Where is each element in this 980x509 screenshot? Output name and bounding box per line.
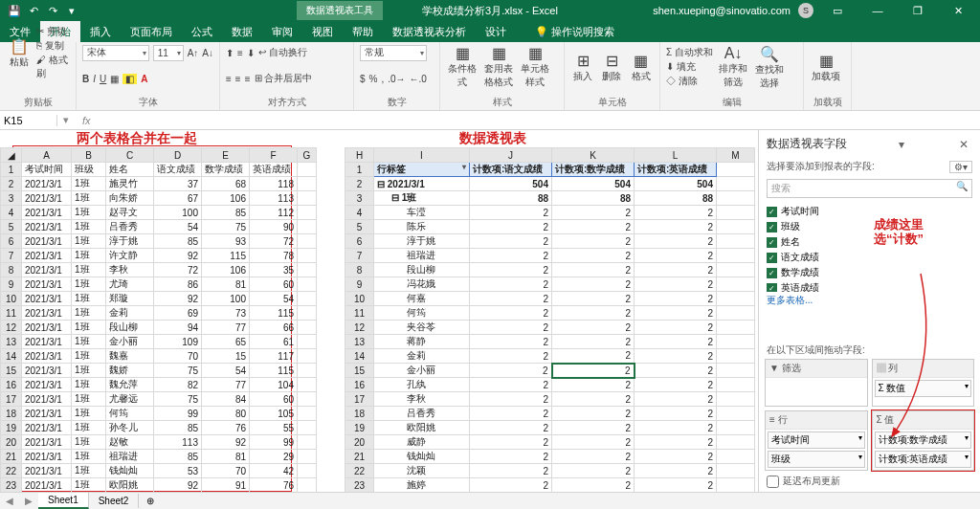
- row-header[interactable]: 8: [1, 263, 22, 277]
- row-header[interactable]: 22: [345, 464, 374, 478]
- cell[interactable]: 2: [635, 306, 717, 321]
- cell[interactable]: 2: [635, 277, 717, 292]
- font-color-button[interactable]: A: [141, 74, 147, 84]
- row-header[interactable]: 5: [345, 220, 374, 234]
- cell[interactable]: 2: [552, 249, 635, 263]
- cell[interactable]: 2: [635, 249, 717, 263]
- cell[interactable]: 魏允萍: [106, 378, 154, 392]
- cell[interactable]: 2: [470, 234, 552, 249]
- cell[interactable]: 2: [470, 392, 552, 407]
- cell[interactable]: 66: [250, 321, 298, 335]
- pivot-row[interactable]: 吕香秀: [374, 407, 470, 421]
- cell[interactable]: [298, 206, 317, 220]
- field-checkbox[interactable]: ✓: [767, 253, 777, 263]
- cell[interactable]: 2021/3/1: [22, 450, 72, 464]
- cell[interactable]: 2021/3/1: [22, 478, 72, 493]
- row-header[interactable]: 13: [1, 335, 22, 349]
- cell[interactable]: 尤琦: [106, 277, 154, 292]
- cell[interactable]: 92: [154, 292, 202, 306]
- cell[interactable]: [298, 321, 317, 335]
- cell[interactable]: 2021/3/1: [22, 335, 72, 349]
- align-top-icon[interactable]: ⬆: [226, 48, 234, 58]
- col-header[interactable]: D: [154, 148, 202, 163]
- cell[interactable]: 2: [470, 364, 552, 378]
- filter-area[interactable]: ▼ 筛选: [765, 359, 868, 407]
- redo-icon[interactable]: ↷: [46, 4, 59, 17]
- cell[interactable]: 106: [202, 191, 250, 206]
- cell[interactable]: 100: [154, 206, 202, 220]
- cell[interactable]: 2021/3/1: [22, 234, 72, 249]
- cell[interactable]: [298, 392, 317, 407]
- cell[interactable]: 2: [470, 435, 552, 450]
- cell[interactable]: 祖瑞进: [106, 450, 154, 464]
- cell[interactable]: 2: [470, 220, 552, 234]
- cell[interactable]: 2: [470, 478, 552, 493]
- cell[interactable]: [717, 392, 755, 407]
- currency-icon[interactable]: $: [360, 74, 366, 84]
- cell[interactable]: 1班: [72, 191, 106, 206]
- italic-button[interactable]: I: [93, 74, 96, 84]
- cell[interactable]: 段山柳: [106, 321, 154, 335]
- cell[interactable]: 2: [635, 407, 717, 421]
- area-item[interactable]: 班级: [768, 451, 865, 468]
- col-header[interactable]: K: [552, 148, 635, 163]
- field-search-input[interactable]: 搜索: [767, 179, 972, 198]
- cell[interactable]: 赵敏: [106, 435, 154, 450]
- row-header[interactable]: 7: [345, 249, 374, 263]
- cell[interactable]: [298, 349, 317, 364]
- cell[interactable]: 85: [154, 450, 202, 464]
- cell[interactable]: 2021/3/1: [22, 263, 72, 277]
- cell[interactable]: 郑璇: [106, 292, 154, 306]
- cell[interactable]: 109: [154, 335, 202, 349]
- cell[interactable]: 1班: [72, 364, 106, 378]
- row-header[interactable]: 10: [345, 292, 374, 306]
- cell[interactable]: 考试时间: [22, 163, 72, 177]
- cell-styles-button[interactable]: ▦单元格样式: [519, 44, 551, 89]
- cell[interactable]: 2: [470, 407, 552, 421]
- cell[interactable]: 2: [552, 407, 635, 421]
- cell[interactable]: 2021/3/1: [22, 407, 72, 421]
- row-header[interactable]: 2: [345, 177, 374, 191]
- clear-button[interactable]: ◇ 清除: [666, 75, 713, 88]
- cell[interactable]: 68: [202, 177, 250, 191]
- paste-button[interactable]: 📋粘贴: [6, 37, 33, 69]
- avatar[interactable]: S: [798, 3, 813, 18]
- row-header[interactable]: 12: [345, 321, 374, 335]
- cell[interactable]: 118: [250, 177, 298, 191]
- row-header[interactable]: 9: [345, 277, 374, 292]
- area-item[interactable]: 计数项:英语成绩: [875, 451, 972, 468]
- cell[interactable]: 2: [470, 421, 552, 435]
- cell[interactable]: 106: [202, 263, 250, 277]
- cell[interactable]: 2: [470, 378, 552, 392]
- cell[interactable]: 85: [154, 421, 202, 435]
- align-left-icon[interactable]: ≡: [226, 74, 232, 84]
- row-header[interactable]: 12: [1, 321, 22, 335]
- cell[interactable]: [298, 478, 317, 493]
- cell[interactable]: 115: [250, 364, 298, 378]
- pivot-group[interactable]: ⊟ 1班: [374, 191, 470, 206]
- cell[interactable]: 2: [635, 378, 717, 392]
- cell[interactable]: 1班: [72, 335, 106, 349]
- cell[interactable]: 60: [250, 277, 298, 292]
- cell[interactable]: 69: [154, 306, 202, 321]
- cell[interactable]: 1班: [72, 234, 106, 249]
- field-checkbox[interactable]: ✓: [767, 283, 777, 293]
- cell[interactable]: 2: [552, 450, 635, 464]
- row-header[interactable]: 20: [345, 435, 374, 450]
- cell[interactable]: 2021/3/1: [22, 220, 72, 234]
- cell[interactable]: 53: [154, 464, 202, 478]
- pivot-row[interactable]: 李秋: [374, 392, 470, 407]
- area-item[interactable]: Σ 数值: [875, 380, 972, 397]
- col-header[interactable]: G: [298, 148, 317, 163]
- cell[interactable]: 105: [250, 407, 298, 421]
- cell[interactable]: 86: [154, 277, 202, 292]
- cell[interactable]: 2: [635, 263, 717, 277]
- cell[interactable]: 1班: [72, 435, 106, 450]
- cell[interactable]: 2: [552, 220, 635, 234]
- sheet-nav-next-icon[interactable]: ▶: [19, 496, 38, 506]
- cell[interactable]: 93: [202, 234, 250, 249]
- tab-layout[interactable]: 页面布局: [121, 21, 182, 42]
- pivot-group[interactable]: ⊟ 2021/3/1: [374, 177, 470, 191]
- area-item[interactable]: 计数项:数学成绩: [875, 432, 972, 449]
- fx-expand-icon[interactable]: ▾: [57, 114, 75, 126]
